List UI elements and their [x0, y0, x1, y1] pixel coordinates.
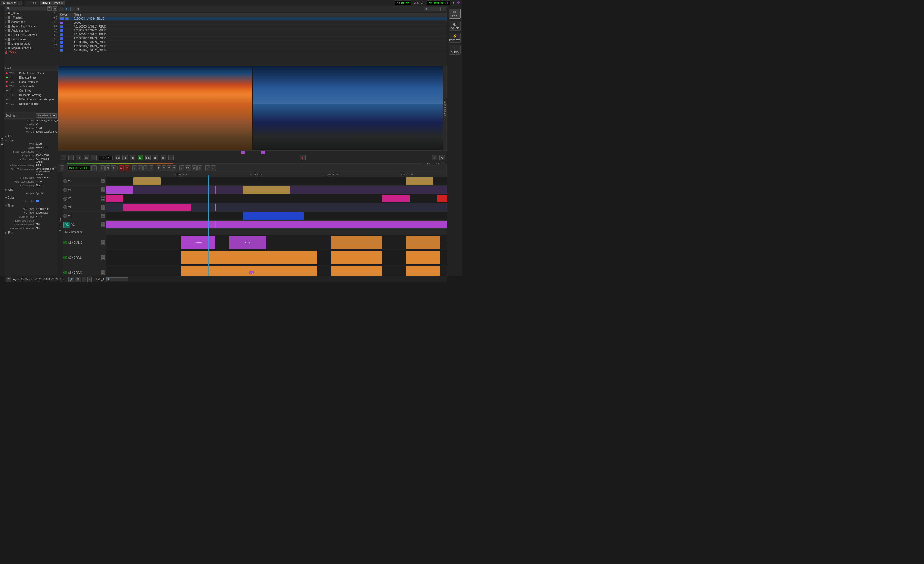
a3-solo-btn[interactable]: S — [101, 271, 105, 272]
tl-fader-btn[interactable]: ↕ — [180, 165, 184, 171]
tl-text-btn[interactable]: T — [156, 165, 161, 171]
v4-solo-btn[interactable]: S — [101, 205, 105, 207]
bin-clip-row-5[interactable]: A013C004_140224_R1UD — [59, 33, 447, 36]
bin-item-audio[interactable]: ▶ Audio sources 14 — [4, 28, 58, 33]
tl-audio-btn[interactable]: ♪ — [60, 165, 64, 171]
bins-list-view-btn[interactable]: ☰ — [47, 6, 52, 10]
status-menu-btn[interactable]: ☰ — [6, 277, 11, 282]
clip-v6-3[interactable] — [437, 195, 447, 202]
v7-enable-btn[interactable] — [63, 188, 67, 192]
marker-item-5[interactable]: TC1 Gun Shot — [4, 88, 58, 93]
marker-item-8[interactable]: TC1 Needle Stabbing — [4, 102, 58, 106]
bin-clip-row-8[interactable]: A013C016_140224_R1UD — [59, 44, 447, 48]
step-back-btn[interactable]: ⏮ — [61, 155, 66, 160]
audio-clip-a2-3[interactable] — [406, 251, 440, 265]
clip-v8-1[interactable] — [133, 177, 160, 185]
bin-item-mapanim[interactable]: ▶ Map Animations 13 — [4, 46, 58, 50]
a2-enable-btn[interactable] — [63, 256, 67, 259]
bin-item-landscapes[interactable]: ▶ Landscapes 15 — [4, 37, 58, 42]
fwd-btn[interactable]: ▶▶ — [145, 155, 151, 160]
bin-item-masters[interactable]: ▷ _Masters 6.0 — [4, 15, 58, 19]
loop-btn[interactable]: ↺ — [440, 155, 445, 160]
bin-col-name[interactable]: Name — [73, 12, 447, 17]
tl-trim-btn[interactable]: ✂ — [100, 165, 105, 171]
v1-solo-btn[interactable]: S — [101, 222, 105, 224]
v2-enable-btn[interactable] — [63, 214, 67, 218]
inspector-clipcolor-swatch[interactable] — [36, 200, 39, 202]
clip-v7-1[interactable] — [106, 186, 133, 194]
bin-clip-row-3[interactable]: A011C003_140224_R1UD — [59, 25, 447, 28]
bin-clip-row-9[interactable]: A013C016_140224_R1UD — [59, 48, 447, 52]
v1-indicator[interactable]: V1 — [63, 222, 70, 228]
grid-btn[interactable]: ⊞ — [68, 155, 74, 160]
bin-view-text-btn[interactable]: ≡ — [76, 7, 80, 11]
a3-mute-btn[interactable]: M — [101, 273, 105, 275]
plus-icon[interactable]: ✛ — [456, 0, 460, 6]
v4-enable-btn[interactable] — [63, 205, 67, 209]
tl-text4-btn[interactable]: T — [172, 165, 177, 171]
bins-search-input[interactable] — [6, 6, 46, 10]
a1-solo-btn[interactable]: S — [101, 240, 105, 242]
timecode-arrow[interactable]: ▾ — [453, 1, 454, 4]
bin-view-list-btn[interactable]: ☰ — [60, 7, 64, 11]
tl-red-btn[interactable]: ▶ — [119, 165, 124, 171]
v8-enable-btn[interactable] — [63, 179, 67, 183]
bins-grid-view-btn[interactable]: ⊞ — [53, 6, 57, 10]
tl-segment-btn[interactable]: ⊟ — [105, 165, 110, 171]
v8-mute-btn[interactable]: M — [101, 181, 105, 183]
marker-item-1[interactable]: TC1 Perfect Beach Scene — [4, 71, 58, 75]
a2-mute-btn[interactable]: M — [101, 258, 105, 260]
tl-red2-btn[interactable]: ⊟ — [124, 165, 129, 171]
clip-v1-1[interactable] — [106, 221, 447, 228]
v2-solo-btn[interactable]: S — [101, 214, 105, 216]
effects-tool-btn[interactable]: ⚡ EFFECTS — [449, 33, 461, 43]
bin-col-color[interactable]: Color — [59, 12, 73, 17]
tl-text2-btn[interactable]: T — [162, 165, 166, 171]
bin-view-detail-btn[interactable]: ⊟ — [70, 7, 75, 11]
marker-item-3[interactable]: TC1 Flash Explosion — [4, 80, 58, 84]
bin-item-linked[interactable]: ▶ Linked Sources 12 — [4, 42, 58, 46]
tl-group-btn[interactable]: ⊙ — [192, 165, 196, 171]
a1-mute-btn[interactable]: M — [101, 243, 105, 245]
bin-clip-row-1[interactable]: 011C004_140224_R1UD — [59, 17, 447, 21]
bin-content-sort-btn[interactable]: ↕ — [442, 7, 446, 11]
tl-segment2-btn[interactable]: ⊞ — [111, 165, 116, 171]
step-fwd-btn[interactable]: ⏭ — [160, 155, 166, 160]
next-cut-btn[interactable]: ] — [432, 155, 437, 160]
grid2-btn[interactable]: ⊟ — [76, 155, 81, 160]
tl-extract-btn[interactable]: ✂ — [138, 165, 142, 171]
marker-item-2[interactable]: TC1 Elevator Prep — [4, 75, 58, 80]
audio-clip-a1-1[interactable]: +5.0 dB — [181, 236, 215, 249]
next-btn[interactable]: ⏭ — [153, 155, 158, 160]
status-link-btn[interactable]: 🔗 — [68, 277, 74, 282]
audio-clip-a2-1[interactable] — [181, 251, 318, 265]
bin-item-dnxhd[interactable]: ▶ DNxHD 115 Sources 99 — [4, 33, 58, 37]
clip-v6-2[interactable] — [382, 195, 410, 202]
prev-frame-btn[interactable]: ◀◀ — [115, 155, 120, 160]
tl-arrow-btn[interactable]: → — [92, 165, 97, 171]
status-search-input[interactable] — [106, 277, 128, 281]
bins-menu-button[interactable]: ☰ — [18, 1, 22, 5]
v7-mute-btn[interactable]: M — [101, 190, 105, 192]
show-all-button[interactable]: Show All ▾ — [1, 1, 18, 5]
clip-v7-2[interactable] — [243, 186, 290, 194]
mark-btn[interactable]: | — [91, 155, 97, 160]
a3-enable-btn[interactable] — [63, 271, 67, 274]
clip-v8-2[interactable] — [406, 177, 434, 185]
v6-mute-btn[interactable]: M — [101, 199, 105, 201]
v8-solo-btn[interactable]: S — [101, 179, 105, 181]
tl-eq-btn[interactable]: EQ — [184, 165, 191, 171]
audio-clip-a3-2[interactable] — [331, 266, 382, 276]
inspector-file-section[interactable]: ▷ File — [4, 134, 58, 138]
bin-clip-row-7[interactable]: A013C014_140224_R1UD — [59, 40, 447, 44]
v6-enable-btn[interactable] — [63, 197, 67, 200]
v7-solo-btn[interactable]: S — [101, 187, 105, 190]
bin-item-demo[interactable]: ▷ _Demo 23 — [4, 11, 58, 15]
clip-v4-1[interactable] — [123, 203, 191, 211]
audio-clip-a2-2[interactable] — [331, 251, 382, 265]
tl-scissors2-btn[interactable]: ✂ — [211, 165, 216, 171]
bin-clip-row-2[interactable]: 00007 — [59, 21, 447, 25]
audio-clip-a3-3[interactable] — [406, 266, 440, 276]
status-up-btn[interactable]: ↑ — [87, 277, 92, 282]
audio-clip-a1-3[interactable] — [331, 236, 382, 249]
